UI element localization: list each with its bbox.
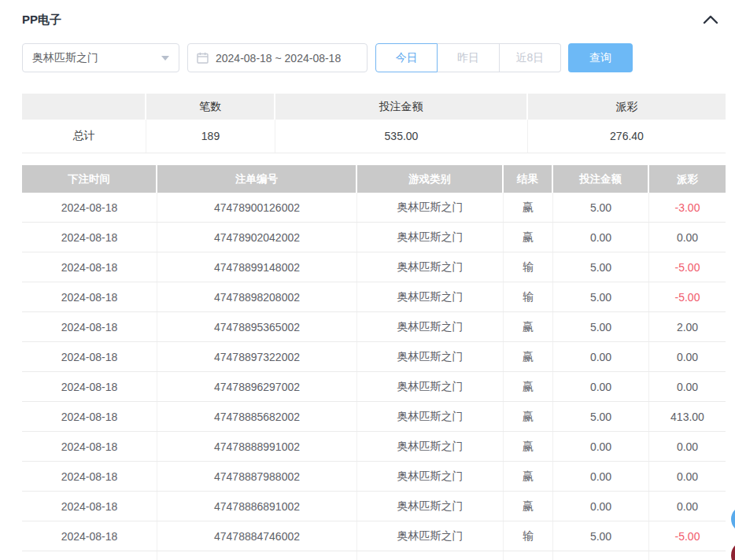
payout-cell: -5.00 [649,521,726,551]
order-id-cell: 47478900126002 [157,193,357,222]
summary-header-row: 笔数 投注金额 派彩 [22,94,726,120]
bet-records-table: 下注时间 注单编号 游戏类别 结果 投注金额 派彩 2024-08-184747… [22,165,726,560]
bet-time-cell: 2024-08-18 [22,223,157,252]
bet-amount-cell: 5.00 [553,282,649,311]
summary-total-label: 总计 [22,120,146,153]
order-id-cell: 47478886891002 [157,492,357,521]
summary-header-payout: 派彩 [528,94,726,120]
summary-total-bet-amount: 535.00 [275,120,528,153]
header-bet-amount: 投注金额 [553,165,649,193]
table-row: 2024-08-1847478884746002奥林匹斯之门输5.00-5.00 [22,521,726,551]
quick-range-today[interactable]: 今日 [375,43,438,72]
floating-promo-button[interactable] [731,541,735,560]
calendar-icon [197,52,209,64]
payout-cell: -3.00 [649,193,726,222]
order-id-cell: 47478899148002 [157,252,357,282]
game-select[interactable]: 奥林匹斯之门 [22,43,179,72]
result-cell: 赢 [504,402,553,431]
bet-time-cell: 2024-08-18 [22,521,157,551]
bet-amount-cell: 0.00 [553,492,649,521]
result-cell: 输 [504,521,553,551]
bet-time-cell: 2024-08-18 [22,372,157,401]
result-cell: 输 [504,252,553,282]
game-type-cell: 奥林匹斯之门 [357,312,504,341]
summary-header-blank [22,94,146,120]
panel-header: PP电子 [22,0,726,28]
table-row: 2024-08-1847478895365002奥林匹斯之门赢5.002.00 [22,312,726,342]
summary-header-bet-amount: 投注金额 [275,94,528,120]
game-type-cell: 奥林匹斯之门 [357,402,504,431]
payout-cell: 0.00 [649,432,726,461]
query-button[interactable]: 查询 [568,43,633,72]
order-id-cell: 47478885682002 [157,402,357,431]
table-row: 2024-08-1847478900126002奥林匹斯之门赢5.00-3.00 [22,193,726,223]
filter-bar: 奥林匹斯之门 2024-08-18 ~ 2024-08-18 今日昨日近8日 查… [22,43,726,72]
bet-time-cell: 2024-08-18 [22,462,157,491]
order-id-cell: 47478888991002 [157,432,357,461]
quick-range-yesterday[interactable]: 昨日 [438,43,499,72]
quick-range-last8[interactable]: 近8日 [500,43,561,72]
result-cell: 赢 [504,342,553,371]
bet-amount-cell: 5.00 [553,402,649,431]
bet-time-cell: 2024-08-18 [22,193,157,222]
order-id-cell: 47478887988002 [157,462,357,491]
floating-service-button[interactable] [731,506,735,532]
table-row: 2024-08-1847478896297002奥林匹斯之门赢0.000.00 [22,372,726,402]
result-cell: 输 [504,282,553,311]
bet-amount-cell: 0.00 [553,372,649,401]
game-type-cell: 奥林匹斯之门 [357,223,504,252]
bet-time-cell: 2024-08-18 [22,492,157,521]
game-type-cell: 奥林匹斯之门 [357,252,504,282]
payout-cell: 0.00 [649,372,726,401]
order-id-cell: 47478902042002 [157,223,357,252]
summary-table: 笔数 投注金额 派彩 总计 189 535.00 276.40 [22,94,726,153]
table-row: 2024-08-1847478887988002奥林匹斯之门赢0.000.00 [22,462,726,492]
game-type-cell: 奥林匹斯之门 [357,342,504,371]
result-cell: 赢 [504,432,553,461]
order-id-cell: 47478895365002 [157,312,357,341]
game-type-cell: 奥林匹斯之门 [357,432,504,461]
table-row: 2024-08-1847478899148002奥林匹斯之门输5.00-5.00 [22,252,726,282]
bet-amount-cell: 0.00 [553,462,649,491]
payout-cell: 413.00 [649,402,726,431]
chevron-up-icon [702,13,719,26]
date-range-picker[interactable]: 2024-08-18 ~ 2024-08-18 [187,43,368,72]
bet-table-header: 下注时间 注单编号 游戏类别 结果 投注金额 派彩 [22,165,726,193]
payout-cell: 0.00 [649,462,726,491]
result-cell: 赢 [504,193,553,222]
collapse-panel-button[interactable] [702,13,719,26]
result-cell: 赢 [504,492,553,521]
panel-title: PP电子 [22,13,61,28]
order-id-cell: 47478898208002 [157,282,357,311]
bet-time-cell: 2024-08-18 [22,282,157,311]
table-row: 2024-08-1847478886891002奥林匹斯之门赢0.000.00 [22,492,726,521]
order-id-cell: 47478896297002 [157,372,357,401]
bet-amount-cell: 5.00 [553,252,649,282]
bet-amount-cell: 5.00 [553,193,649,222]
bet-time-cell: 2024-08-18 [22,312,157,341]
game-select-value: 奥林匹斯之门 [32,51,98,65]
table-row: 2024-08-1847478885682002奥林匹斯之门赢5.00413.0… [22,402,726,432]
quick-range-group: 今日昨日近8日 [375,43,561,72]
date-range-value: 2024-08-18 ~ 2024-08-18 [216,52,341,64]
table-row: 2024-08-1847478902042002奥林匹斯之门赢0.000.00 [22,223,726,252]
game-type-cell: 奥林匹斯之门 [357,462,504,491]
header-order-id: 注单编号 [157,165,357,193]
bet-amount-cell: 5.00 [553,521,649,551]
game-type-cell: 奥林匹斯之门 [357,282,504,311]
bet-table-body: 2024-08-1847478900126002奥林匹斯之门赢5.00-3.00… [22,193,726,551]
bet-amount-cell: 0.00 [553,223,649,252]
table-row: 2024-08-1847478888991002奥林匹斯之门赢0.000.00 [22,432,726,462]
bet-time-cell: 2024-08-18 [22,252,157,282]
summary-total-row: 总计 189 535.00 276.40 [22,120,726,153]
caret-down-icon [161,56,169,61]
summary-header-count: 笔数 [146,94,275,120]
game-type-cell: 奥林匹斯之门 [357,492,504,521]
header-game-type: 游戏类别 [357,165,504,193]
summary-total-count: 189 [146,120,275,153]
summary-total-payout: 276.40 [528,120,726,153]
table-row: 2024-08-1847478897322002奥林匹斯之门赢0.000.00 [22,342,726,372]
order-id-cell: 47478897322002 [157,342,357,371]
bet-amount-cell: 5.00 [553,312,649,341]
bet-time-cell: 2024-08-18 [22,432,157,461]
